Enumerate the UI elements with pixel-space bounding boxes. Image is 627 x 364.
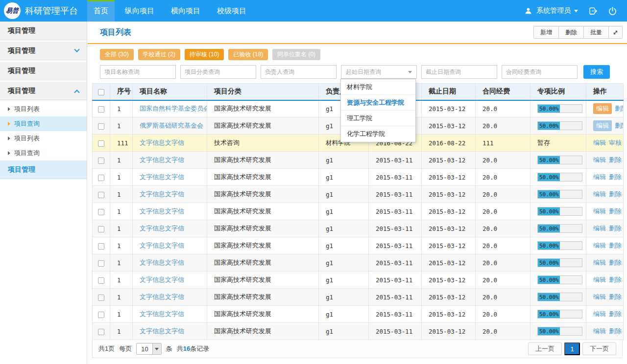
user-menu[interactable]: 系统管理员 <box>523 6 578 16</box>
row-checkbox[interactable] <box>98 123 104 130</box>
filter-chip-0[interactable]: 全部 (30) <box>100 49 134 60</box>
action-删除-1[interactable]: 删除 <box>609 241 622 250</box>
action-编辑-0[interactable]: 编辑 <box>593 275 606 284</box>
filter-input-5[interactable] <box>502 65 578 79</box>
dropdown-item-1[interactable]: 资源与安全工程学院 <box>341 95 415 111</box>
project-name-link[interactable]: 文字信息文字信 <box>140 276 184 283</box>
action-删除-1[interactable]: 删除 <box>609 156 622 164</box>
action-编辑-0[interactable]: 编辑 <box>593 224 606 233</box>
filter-input-2[interactable] <box>261 65 337 79</box>
action-编辑-0[interactable]: 编辑 <box>593 310 606 318</box>
row-checkbox[interactable] <box>98 295 104 301</box>
dropdown-item-0[interactable]: 材料学院 <box>341 79 415 95</box>
action-删除-1[interactable]: 删除 <box>609 275 622 284</box>
action-删除-1[interactable]: 删除 <box>609 327 622 336</box>
dropdown-item-3[interactable]: 化学工程学院 <box>341 126 415 142</box>
action-删除-1[interactable]: 删除 <box>609 173 622 182</box>
toolbar-button-0[interactable]: 新增 <box>534 26 558 38</box>
action-删除-1[interactable]: 删除 <box>609 207 622 216</box>
search-button[interactable]: 搜索 <box>583 65 610 79</box>
action-审核-1[interactable]: 审核 <box>609 138 622 147</box>
expand-button[interactable] <box>608 26 622 38</box>
filter-chip-1[interactable]: 学校通过 (2) <box>138 49 180 60</box>
row-checkbox[interactable] <box>98 106 104 113</box>
filter-input-1[interactable] <box>180 65 256 79</box>
filter-chip-3[interactable]: 已验收 (18) <box>228 49 268 60</box>
filter-chip-2[interactable]: 待审核 (10) <box>185 49 224 60</box>
row-checkbox[interactable] <box>98 158 104 164</box>
row-checkbox[interactable] <box>98 175 104 181</box>
sidebar-item-3[interactable]: 项目管理 <box>0 82 87 100</box>
row-checkbox[interactable] <box>98 260 104 267</box>
select-all-checkbox[interactable] <box>98 89 104 95</box>
nav-item-0[interactable]: 首页 <box>87 0 115 22</box>
project-name-link[interactable]: 文字信息文字信 <box>140 310 184 318</box>
action-删除-1[interactable]: 删除 <box>609 190 622 199</box>
action-编辑-0[interactable]: 编辑 <box>593 156 606 164</box>
date-select[interactable]: 起始日期查询 <box>341 65 417 79</box>
sidebar-item-2[interactable]: 项目管理 <box>0 62 87 80</box>
project-name-link[interactable]: 文字信息文字信 <box>140 190 184 198</box>
sidebar-item-5[interactable]: 项目查询 <box>0 116 87 131</box>
row-checkbox[interactable] <box>98 140 104 147</box>
row-checkbox[interactable] <box>98 209 104 215</box>
nav-item-1[interactable]: 纵向项目 <box>119 0 161 22</box>
project-name-link[interactable]: 文字信息文字信 <box>140 327 184 335</box>
logout-icon[interactable] <box>588 6 598 16</box>
cell-ratio: 50.00% <box>531 186 586 203</box>
row-checkbox[interactable] <box>98 226 104 232</box>
toolbar-button-2[interactable]: 批量 <box>583 26 608 38</box>
action-编辑-0[interactable]: 编辑 <box>593 241 606 250</box>
action-编辑-0[interactable]: 编辑 <box>593 293 606 301</box>
sidebar-item-7[interactable]: 项目查询 <box>0 146 87 160</box>
action-删除-1[interactable]: 删除 <box>615 104 624 113</box>
action-删除-1[interactable]: 删除 <box>609 258 622 267</box>
nav-item-3[interactable]: 校级项目 <box>211 0 253 22</box>
project-name-link[interactable]: 文字信息文字信 <box>140 225 184 232</box>
action-编辑-0[interactable]: 编辑 <box>593 207 606 216</box>
project-name-link[interactable]: 国家自然科学基金委员会 <box>140 105 207 112</box>
filter-input-4[interactable] <box>421 65 497 79</box>
sidebar-item-0[interactable]: 项目管理 <box>0 22 87 40</box>
row-checkbox[interactable] <box>98 243 104 250</box>
action-编辑-0[interactable]: 编辑 <box>593 103 612 114</box>
current-page-button[interactable]: 1 <box>564 342 580 355</box>
project-name-link[interactable]: 文字信息文字信 <box>140 173 184 181</box>
action-编辑-0[interactable]: 编辑 <box>593 258 606 267</box>
action-编辑-0[interactable]: 编辑 <box>593 138 606 147</box>
power-icon[interactable] <box>607 6 617 16</box>
sidebar-item-4[interactable]: 项目列表 <box>0 102 87 116</box>
row-checkbox[interactable] <box>98 192 104 198</box>
sidebar-item-8[interactable]: 项目管理 <box>0 160 87 179</box>
row-checkbox[interactable] <box>98 312 104 318</box>
project-name-link[interactable]: 俄罗斯基础研究基金会 <box>140 122 203 129</box>
action-删除-1[interactable]: 删除 <box>609 293 622 301</box>
project-name-link[interactable]: 文字信息文字信 <box>140 207 184 215</box>
row-checkbox[interactable] <box>98 329 104 335</box>
filter-input-0[interactable] <box>100 65 176 79</box>
project-name-link[interactable]: 文字信息文字信 <box>140 293 184 300</box>
action-编辑-0[interactable]: 编辑 <box>593 190 606 199</box>
sidebar-item-6[interactable]: 项目列表 <box>0 131 87 146</box>
row-checkbox[interactable] <box>98 277 104 284</box>
action-编辑-0[interactable]: 编辑 <box>593 173 606 182</box>
project-name-link[interactable]: 文字信息文字信 <box>140 259 184 266</box>
action-编辑-0[interactable]: 编辑 <box>593 327 606 336</box>
prev-page-button[interactable]: 上一页 <box>528 342 562 355</box>
action-编辑-0[interactable]: 编辑 <box>593 120 612 131</box>
cell-project-name: 国家自然科学基金委员会 <box>133 100 207 117</box>
progress-label: 50.00% <box>539 294 559 300</box>
sidebar-item-1[interactable]: 项目管理 <box>0 42 87 60</box>
project-name-link[interactable]: 文字信息文字信 <box>140 139 184 146</box>
dropdown-item-2[interactable]: 理工学院 <box>341 111 415 126</box>
next-page-button[interactable]: 下一页 <box>582 342 616 355</box>
filter-chip-4[interactable]: 同单位重名 (0) <box>272 49 320 60</box>
action-删除-1[interactable]: 删除 <box>609 224 622 233</box>
project-name-link[interactable]: 文字信息文字信 <box>140 242 184 249</box>
action-删除-1[interactable]: 删除 <box>615 121 624 130</box>
toolbar-button-1[interactable]: 删除 <box>558 26 583 38</box>
page-size-select[interactable]: 10 <box>136 343 161 355</box>
project-name-link[interactable]: 文字信息文字信 <box>140 156 184 163</box>
nav-item-2[interactable]: 横向项目 <box>165 0 207 22</box>
action-删除-1[interactable]: 删除 <box>609 310 622 318</box>
